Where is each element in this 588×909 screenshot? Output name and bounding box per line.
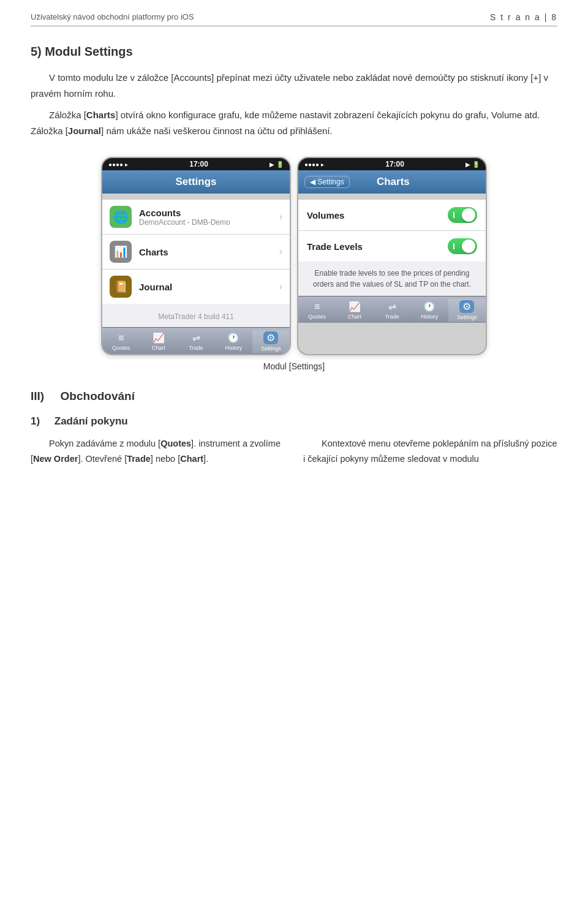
phone-right-header: ◀ Settings Charts	[298, 170, 486, 194]
quotes-icon-right: ≡	[314, 301, 320, 312]
section-1-title: Zadání pokynu	[55, 415, 128, 427]
trade-icon-left: ⇌	[192, 332, 200, 344]
charts-text: Charts	[139, 247, 279, 257]
tab-settings-left[interactable]: ⚙ Settings	[252, 330, 290, 353]
volumes-toggle-knob	[462, 208, 475, 222]
history-icon-left: 🕐	[227, 332, 239, 344]
phone-left: ●●●● ▸ 17:00 ▶ 🔋 Settings 🌐 Accounts Dem…	[101, 157, 291, 355]
journal-text: Journal	[139, 282, 279, 292]
tab-history-left[interactable]: 🕐 History	[215, 330, 252, 353]
header-left: Uživatelský návod obchodní platformy pro…	[31, 12, 194, 21]
phone-left-header: Settings	[102, 170, 290, 194]
section5-title: 5) Modul Settings	[31, 45, 557, 59]
phones-container: ●●●● ▸ 17:00 ▶ 🔋 Settings 🌐 Accounts Dem…	[31, 157, 557, 355]
signal-left: ●●●● ▸	[108, 161, 128, 168]
phone-left-tabbar: ≡ Quotes 📈 Chart ⇌ Trade 🕐 History ⚙ Set…	[102, 327, 290, 354]
col-left-text: Pokyn zadáváme z modulu [Quotes]. instru…	[31, 436, 285, 466]
trade-levels-toggle[interactable]: I	[448, 238, 477, 254]
trade-label-right: Trade	[385, 314, 399, 320]
accounts-row[interactable]: 🌐 Accounts DemoAccount - DMB-Demo ›	[102, 200, 290, 235]
tab-trade-right[interactable]: ⇌ Trade	[373, 299, 410, 322]
charts-chevron: ›	[279, 246, 282, 257]
accounts-subtitle: DemoAccount - DMB-Demo	[139, 218, 279, 227]
trade-levels-toggle-knob	[462, 240, 475, 253]
phone-left-statusbar: ●●●● ▸ 17:00 ▶ 🔋	[102, 158, 290, 170]
phone-right-header-title: Charts	[350, 176, 437, 188]
col-right: Kontextové menu otevřeme poklepáním na p…	[303, 436, 557, 466]
col-left: Pokyn zadáváme z modulu [Quotes]. instru…	[31, 436, 285, 466]
time-right: 17:00	[385, 160, 404, 168]
section-1-number: 1)	[31, 415, 40, 427]
section-iii-heading: III) Obchodování	[31, 390, 557, 403]
history-icon-right: 🕐	[423, 301, 435, 312]
section5-body: V tomto modulu lze v záložce [Accounts] …	[31, 70, 557, 138]
metatrader-text: MetaTrader 4 build 411	[102, 304, 290, 327]
phone-right-statusbar: ●●●● ▸ 17:00 ▶ 🔋	[298, 158, 486, 170]
tab-settings-right[interactable]: ⚙ Settings	[448, 299, 486, 322]
charts-row-title: Charts	[139, 247, 279, 257]
signal-right: ●●●● ▸	[304, 161, 324, 168]
charts-icon: 📊	[110, 241, 132, 263]
charts-bold: Charts	[86, 110, 116, 120]
journal-row-title: Journal	[139, 282, 279, 292]
accounts-chevron: ›	[279, 211, 282, 222]
tab-history-right[interactable]: 🕐 History	[411, 299, 448, 322]
history-label-left: History	[225, 345, 242, 351]
trade-levels-row: Trade Levels I	[298, 231, 486, 262]
accounts-text: Accounts DemoAccount - DMB-Demo	[139, 208, 279, 227]
quotes-icon-left: ≡	[118, 333, 124, 344]
charts-row[interactable]: 📊 Charts ›	[102, 235, 290, 270]
tab-quotes-left[interactable]: ≡ Quotes	[102, 330, 140, 353]
header-right: S t r a n a | 8	[490, 12, 557, 22]
chart-icon-right: 📈	[349, 301, 361, 312]
chart-label-right: Chart	[348, 314, 361, 320]
tab-chart-left[interactable]: 📈 Chart	[140, 330, 177, 353]
chart-label-left: Chart	[152, 345, 165, 351]
journal-chevron: ›	[279, 281, 282, 292]
phone-left-content: 🌐 Accounts DemoAccount - DMB-Demo › 📊 Ch…	[102, 200, 290, 327]
volumes-row: Volumes I	[298, 200, 486, 231]
trade-icon-right: ⇌	[388, 301, 396, 312]
section-1-heading: 1) Zadání pokynu	[31, 415, 557, 428]
settings-icon-right: ⚙	[459, 300, 474, 313]
phone-left-header-title: Settings	[139, 176, 253, 188]
journal-row[interactable]: 📔 Journal ›	[102, 270, 290, 304]
back-button[interactable]: ◀ Settings	[304, 176, 350, 188]
phone-right-tabbar: ≡ Quotes 📈 Chart ⇌ Trade 🕐 History ⚙ Set…	[298, 296, 486, 323]
col-right-text: Kontextové menu otevřeme poklepáním na p…	[303, 436, 557, 466]
info-box: Enable trade levels to see the prices of…	[298, 262, 486, 296]
info-box-text: Enable trade levels to see the prices of…	[313, 269, 471, 289]
two-col-text: Pokyn zadáváme z modulu [Quotes]. instru…	[31, 436, 557, 466]
trade-label-left: Trade	[189, 345, 203, 351]
quotes-label-right: Quotes	[308, 314, 326, 320]
section-iii-number: III)	[31, 390, 44, 402]
caption: Modul [Settings]	[31, 361, 557, 371]
phone-right-content: Volumes I Trade Levels I Enable trade le…	[298, 200, 486, 296]
accounts-title: Accounts	[139, 208, 279, 218]
tab-trade-left[interactable]: ⇌ Trade	[177, 330, 214, 353]
accounts-icon: 🌐	[110, 206, 132, 228]
tab-quotes-right[interactable]: ≡ Quotes	[298, 299, 336, 322]
volumes-toggle[interactable]: I	[448, 207, 477, 223]
trade-levels-label: Trade Levels	[307, 241, 363, 252]
section-iii-title: Obchodování	[61, 390, 135, 402]
section5-para2: Záložka [Charts] otvírá okno konfigurace…	[31, 107, 557, 138]
battery-right: ▶ 🔋	[466, 161, 480, 168]
page-header: Uživatelský návod obchodní platformy pro…	[31, 12, 557, 26]
quotes-label-left: Quotes	[112, 345, 130, 351]
tab-chart-right[interactable]: 📈 Chart	[336, 299, 373, 322]
history-label-right: History	[421, 314, 438, 320]
phone-right: ●●●● ▸ 17:00 ▶ 🔋 ◀ Settings Charts Volum…	[297, 157, 487, 355]
journal-icon: 📔	[110, 276, 132, 298]
chart-icon-left: 📈	[153, 332, 165, 344]
time-left: 17:00	[189, 160, 208, 168]
section5-para1: V tomto modulu lze v záložce [Accounts] …	[31, 70, 557, 101]
volumes-label: Volumes	[307, 210, 344, 221]
settings-label-left: Settings	[261, 345, 281, 352]
battery-left: ▶ 🔋	[270, 161, 284, 168]
charts-settings-list: Volumes I Trade Levels I	[298, 200, 486, 262]
journal-bold: Journal	[68, 126, 101, 136]
settings-label-right: Settings	[457, 314, 477, 320]
settings-icon-left: ⚙	[263, 331, 278, 344]
settings-list: 🌐 Accounts DemoAccount - DMB-Demo › 📊 Ch…	[102, 200, 290, 304]
